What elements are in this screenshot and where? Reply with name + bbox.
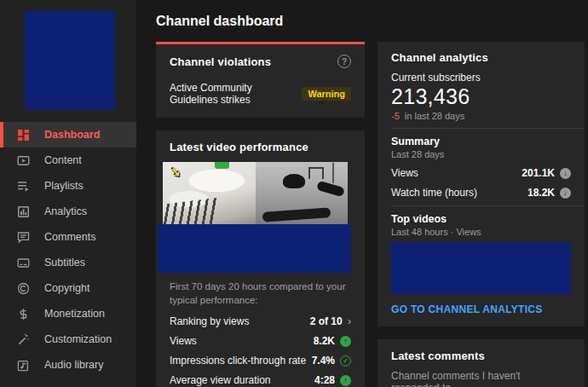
performance-note: First 70 days 20 hours compared to your … xyxy=(170,280,351,307)
stat-value: 18.2K xyxy=(527,187,555,199)
car-grille-shape xyxy=(163,198,216,224)
sidebar-item-playlists[interactable]: Playlists xyxy=(0,173,136,199)
metric-row-avd[interactable]: Average view duration 4:28 ↑ xyxy=(156,374,365,386)
sidebar-item-dashboard[interactable]: Dashboard xyxy=(0,122,136,147)
sidebar-item-monetization[interactable]: Monetization xyxy=(0,301,136,326)
comments-subtitle: Channel comments I haven't responded to xyxy=(391,370,571,387)
summary-period: Last 28 days xyxy=(391,149,571,159)
summary-title: Summary xyxy=(391,136,571,147)
check-circle-icon: ✓ xyxy=(340,355,351,367)
sidebar-item-label: Dashboard xyxy=(44,129,100,141)
video-title-redaction xyxy=(158,224,351,273)
sidebar-item-comments[interactable]: Comments xyxy=(0,224,136,250)
comments-card-title: Latest comments xyxy=(391,349,571,362)
latest-comments-card: Latest comments Channel comments I haven… xyxy=(378,339,585,387)
subtitles-icon xyxy=(17,257,30,269)
sidebar-item-label: Subtitles xyxy=(44,257,85,269)
subscriber-delta: -5 in last 28 days xyxy=(391,111,571,121)
stat-row-views[interactable]: Views 201.1K ↓ xyxy=(391,167,571,179)
content-icon xyxy=(17,154,30,167)
top-videos-redaction xyxy=(391,242,571,294)
divider xyxy=(391,205,585,206)
audio-library-icon xyxy=(17,359,30,372)
chair-shape xyxy=(308,167,324,179)
trend-up-icon: ↑ xyxy=(340,336,351,347)
comments-icon xyxy=(17,231,30,244)
latest-video-performance-card: Latest video performance ➘ xyxy=(156,130,365,387)
metric-value: 2 of 10 xyxy=(310,315,343,327)
violations-card-title: Channel violations xyxy=(170,55,271,68)
person-shape xyxy=(262,207,331,222)
strikes-row: Active Community Guidelines strikes Warn… xyxy=(170,82,351,106)
trend-up-icon: ↑ xyxy=(340,375,351,386)
yellow-arrow-overlay: ➘ xyxy=(170,164,182,180)
strikes-label: Active Community Guidelines strikes xyxy=(170,82,302,106)
sidebar: Dashboard Content Playlists Analytics Co… xyxy=(0,0,136,387)
trend-down-icon: ↓ xyxy=(560,188,571,199)
sidebar-item-label: Playlists xyxy=(44,180,84,192)
sidebar-item-label: Audio library xyxy=(44,359,103,371)
divider xyxy=(391,128,585,129)
sidebar-item-customization[interactable]: Customization xyxy=(0,326,136,352)
metric-row-views[interactable]: Views 8.2K ↑ xyxy=(156,335,365,347)
person-shape xyxy=(283,174,305,188)
tripod-shape xyxy=(332,163,334,183)
page-title: Channel dashboard xyxy=(156,14,581,29)
metric-row-ctr[interactable]: Impressions click-through rate 7.4% ✓ xyxy=(156,355,365,367)
delta-text: in last 28 days xyxy=(405,111,464,121)
dashboard-icon xyxy=(17,129,30,142)
green-bottle-shape xyxy=(215,162,229,169)
sidebar-item-label: Comments xyxy=(44,231,95,243)
metric-row-ranking[interactable]: Ranking by views 2 of 10 › xyxy=(156,315,365,327)
metric-label: Average view duration xyxy=(170,374,271,386)
sidebar-item-label: Content xyxy=(44,154,82,166)
metric-label: Impressions click-through rate xyxy=(170,355,306,367)
sidebar-item-subtitles[interactable]: Subtitles xyxy=(0,250,136,275)
sidebar-item-label: Customization xyxy=(44,333,112,345)
thumbnail-left-scene: ➘ xyxy=(163,162,256,224)
stat-label: Views xyxy=(391,167,418,179)
person-shape xyxy=(316,181,345,197)
subscriber-count: 213,436 xyxy=(391,84,571,109)
stat-row-watch-time[interactable]: Watch time (hours) 18.2K ↓ xyxy=(391,187,571,199)
top-videos-period: Last 48 hours · Views xyxy=(391,227,571,237)
sidebar-item-label: Analytics xyxy=(44,205,87,217)
metric-value: 7.4% xyxy=(312,355,335,367)
go-to-channel-analytics-link[interactable]: GO TO CHANNEL ANALYTICS xyxy=(391,303,543,315)
channel-analytics-card: Channel analytics Current subscribers 21… xyxy=(378,42,585,326)
metric-label: Ranking by views xyxy=(170,315,249,327)
sidebar-item-label: Monetization xyxy=(44,308,105,320)
channel-violations-card: Channel violations ? Active Community Gu… xyxy=(156,42,365,118)
chevron-right-icon: › xyxy=(348,315,351,327)
metric-label: Views xyxy=(170,335,197,347)
warning-badge: Warning xyxy=(302,87,351,101)
sidebar-item-label: Copyright xyxy=(44,282,90,294)
sidebar-item-copyright[interactable]: Copyright xyxy=(0,275,136,301)
thumbnail-right-scene xyxy=(256,162,349,224)
sidebar-item-audio-library[interactable]: Audio library xyxy=(0,352,136,378)
customization-icon xyxy=(17,333,30,346)
stat-label: Watch time (hours) xyxy=(391,187,477,199)
playlists-icon xyxy=(17,180,30,193)
delta-value: -5 xyxy=(391,111,400,121)
main-content: Channel dashboard Channel violations ? A… xyxy=(136,0,588,387)
latest-video-thumbnail[interactable]: ➘ xyxy=(163,162,348,224)
current-subscribers-label: Current subscribers xyxy=(391,72,571,84)
stat-value: 201.1K xyxy=(522,167,555,179)
top-videos-title: Top videos xyxy=(391,213,571,225)
sidebar-item-content[interactable]: Content xyxy=(0,147,136,173)
copyright-icon xyxy=(17,282,30,295)
analytics-card-title: Channel analytics xyxy=(391,51,571,64)
metric-value: 8.2K xyxy=(314,335,335,347)
sidebar-item-analytics[interactable]: Analytics xyxy=(0,199,136,224)
analytics-icon xyxy=(17,205,30,218)
help-icon[interactable]: ? xyxy=(337,55,351,68)
trend-down-icon: ↓ xyxy=(560,168,571,179)
metric-value: 4:28 xyxy=(314,374,335,386)
channel-avatar[interactable] xyxy=(25,11,115,110)
monetization-icon xyxy=(17,308,30,321)
performance-card-title: Latest video performance xyxy=(156,141,365,153)
